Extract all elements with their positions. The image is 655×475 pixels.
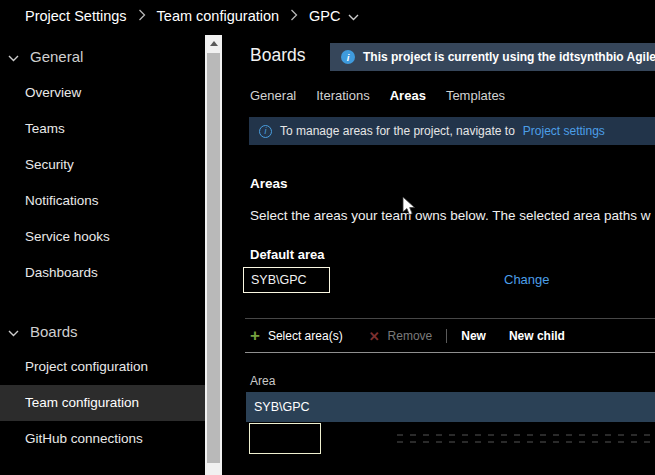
tab-templates[interactable]: Templates xyxy=(446,88,505,103)
focus-dash-line xyxy=(397,441,655,443)
areas-section-heading: Areas xyxy=(250,176,288,191)
sidebar-item-project-configuration[interactable]: Project configuration xyxy=(0,357,205,377)
tab-areas[interactable]: Areas xyxy=(390,88,426,103)
sidebar-item-service-hooks[interactable]: Service hooks xyxy=(0,227,205,247)
change-default-area-link[interactable]: Change xyxy=(504,272,550,287)
chevron-down-icon xyxy=(348,8,359,24)
project-settings-link[interactable]: Project settings xyxy=(523,124,605,138)
chevron-down-icon xyxy=(8,48,19,65)
areas-description: Select the areas your team owns below. T… xyxy=(250,208,655,223)
sidebar-item-team-configuration[interactable]: Team configuration xyxy=(0,385,205,421)
breadcrumb-team-picker[interactable]: GPC xyxy=(309,8,358,24)
info-icon: i xyxy=(341,50,355,64)
default-area-label: Default area xyxy=(250,247,324,262)
boards-tabs: General Iterations Areas Templates xyxy=(250,88,505,103)
page-title: Boards xyxy=(250,45,305,66)
scroll-up-button[interactable] xyxy=(205,35,222,52)
manage-areas-text: To manage areas for the project, navigat… xyxy=(280,124,515,138)
new-area-edit-box[interactable] xyxy=(249,423,321,454)
new-button[interactable]: New xyxy=(461,329,486,343)
tab-general[interactable]: General xyxy=(250,88,296,103)
breadcrumb-team-configuration[interactable]: Team configuration xyxy=(157,8,280,24)
area-row-label: SYB\GPC xyxy=(254,400,310,414)
sidebar-item-teams[interactable]: Teams xyxy=(0,119,205,139)
default-area-value[interactable]: SYB\GPC xyxy=(243,267,330,293)
manage-areas-banner: i To manage areas for the project, navig… xyxy=(249,117,655,145)
breadcrumb-project-settings[interactable]: Project Settings xyxy=(25,8,127,24)
breadcrumb: Project Settings Team configuration GPC xyxy=(25,4,359,28)
focus-dash-line xyxy=(397,434,655,436)
process-info-banner: i This project is currently using the id… xyxy=(330,43,655,71)
toolbar-divider xyxy=(446,329,447,343)
mouse-cursor-icon xyxy=(402,196,416,221)
area-column-header: Area xyxy=(250,374,275,388)
scrollbar-thumb[interactable] xyxy=(207,53,220,463)
area-row-selected[interactable]: SYB\GPC xyxy=(246,392,655,422)
sidebar-item-github-connections[interactable]: GitHub connections xyxy=(0,429,205,449)
sidebar-group-label: General xyxy=(30,48,83,65)
sidebar-item-dashboards[interactable]: Dashboards xyxy=(0,263,205,283)
sidebar-group-label: Boards xyxy=(30,323,78,340)
chevron-right-icon xyxy=(290,8,298,24)
app-window: Project Settings Team configuration GPC … xyxy=(0,0,655,475)
toolbar-bottom-divider xyxy=(245,352,655,353)
sidebar-group-boards[interactable]: Boards xyxy=(0,321,205,341)
breadcrumb-team-label: GPC xyxy=(309,8,340,24)
process-info-text: This project is currently using the idts… xyxy=(363,50,655,64)
sidebar-item-security[interactable]: Security xyxy=(0,155,205,175)
remove-button[interactable]: Remove xyxy=(388,329,433,343)
chevron-right-icon xyxy=(138,8,146,24)
sidebar-item-overview[interactable]: Overview xyxy=(0,83,205,103)
info-icon: i xyxy=(259,125,272,138)
scroll-up-icon xyxy=(210,41,218,46)
tab-iterations[interactable]: Iterations xyxy=(316,88,369,103)
plus-icon: + xyxy=(250,329,260,343)
vertical-scrollbar[interactable] xyxy=(205,35,222,475)
remove-x-icon: ✕ xyxy=(369,329,380,344)
sidebar-item-notifications[interactable]: Notifications xyxy=(0,191,205,211)
chevron-down-icon xyxy=(8,323,19,340)
toolbar-top-divider xyxy=(245,318,655,319)
settings-sidebar: General Overview Teams Security Notifica… xyxy=(0,35,205,475)
areas-toolbar: + Select area(s) ✕ Remove New New child xyxy=(250,324,565,348)
new-child-button[interactable]: New child xyxy=(509,329,565,343)
sidebar-group-general[interactable]: General xyxy=(0,46,205,66)
select-areas-button[interactable]: Select area(s) xyxy=(268,329,343,343)
